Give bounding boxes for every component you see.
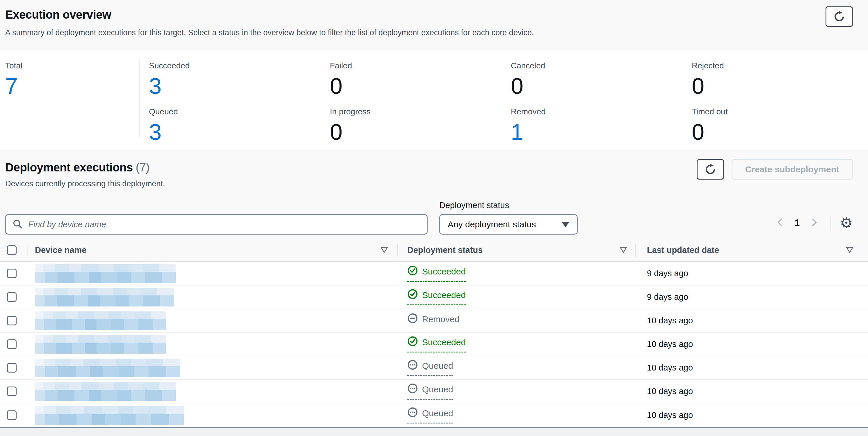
last-updated-text: 10 days ago [647, 363, 693, 372]
column-header-last-updated: Last updated date [636, 239, 868, 261]
device-name-redacted[interactable] [35, 312, 166, 330]
row-checkbox[interactable] [7, 410, 17, 420]
status-text: Succeeded [422, 267, 466, 277]
stat-label: Failed [330, 61, 511, 70]
stat-value[interactable]: 3 [149, 75, 330, 98]
deployment-status-filter: Deployment status Any deployment status [439, 201, 578, 235]
status-text: Queued [422, 384, 453, 395]
stat-label: In progress [330, 107, 511, 116]
execution-overview-header: Execution overview A summary of deployme… [0, 0, 868, 50]
deployment-executions-header: Deployment executions(7) Devices current… [0, 150, 868, 239]
selected-status: Any deployment status [448, 220, 536, 229]
redaction-pixels [35, 382, 176, 390]
stat-value[interactable]: 1 [511, 120, 692, 144]
device-name-redacted[interactable] [35, 406, 184, 425]
stat-value[interactable]: 3 [149, 120, 330, 144]
refresh-icon [833, 11, 845, 22]
table-row: Succeeded 9 days ago [0, 262, 868, 286]
redaction-pixels [35, 406, 184, 414]
stat-queued: Queued 3 [149, 107, 330, 144]
current-page-number[interactable]: 1 [795, 218, 800, 228]
column-label: Device name [35, 245, 86, 255]
previous-page-button[interactable] [774, 217, 786, 229]
status-badge[interactable]: Removed [407, 313, 459, 328]
device-name-redacted[interactable] [35, 335, 166, 354]
stat-canceled: Canceled 0 [511, 61, 692, 98]
table-row: Removed 10 days ago [0, 309, 868, 333]
status-text: Succeeded [422, 290, 466, 300]
gear-icon: ⚙ [840, 214, 853, 231]
execution-overview-page: Execution overview A summary of deployme… [0, 0, 868, 436]
column-header-deployment-status: Deployment status [398, 239, 636, 261]
stats-divider [139, 59, 140, 138]
redaction-pixels [35, 272, 176, 283]
last-updated-text: 10 days ago [647, 316, 693, 325]
status-badge[interactable]: Queued [407, 383, 453, 400]
row-checkbox[interactable] [7, 316, 17, 325]
filter-icon[interactable] [845, 245, 854, 254]
stat-value: 0 [692, 120, 868, 144]
row-select-cell [0, 380, 28, 403]
refresh-overview-button[interactable] [826, 6, 853, 27]
last-updated-cell: 10 days ago [636, 410, 868, 420]
device-name-redacted[interactable] [35, 288, 174, 307]
pagination: 1 ⚙ [774, 215, 853, 231]
status-badge[interactable]: Queued [407, 407, 453, 424]
create-subdeployment-button[interactable]: Create subdeployment [732, 159, 853, 180]
device-name-cell [28, 335, 398, 354]
stat-label: Succeeded [149, 61, 330, 70]
chevron-right-icon [810, 216, 818, 229]
select-all-checkbox[interactable] [7, 245, 17, 255]
status-badge[interactable]: Succeeded [407, 336, 466, 352]
device-name-redacted[interactable] [35, 264, 176, 283]
column-label: Last updated date [647, 245, 719, 255]
redaction-pixels [35, 358, 180, 366]
row-checkbox[interactable] [7, 292, 17, 302]
select-all-cell [0, 239, 28, 261]
last-updated-cell: 10 days ago [636, 363, 868, 373]
stat-label: Timed out [692, 107, 868, 116]
ellipsis-circle-icon [407, 407, 418, 420]
search-input[interactable] [28, 220, 420, 230]
status-badge[interactable]: Succeeded [407, 265, 466, 282]
status-badge[interactable]: Queued [407, 359, 453, 376]
check-circle-icon [407, 265, 418, 278]
deployment-status-cell: Queued [398, 359, 636, 376]
page-title: Execution overview [5, 8, 868, 21]
stat-value: 0 [692, 75, 868, 98]
last-updated-cell: 10 days ago [636, 339, 868, 349]
row-checkbox[interactable] [7, 386, 17, 396]
deployment-status-select[interactable]: Any deployment status [439, 214, 578, 235]
execution-stats: Total 7 Succeeded 3 Failed 0 Canceled 0 … [0, 50, 868, 150]
stat-removed: Removed 1 [511, 107, 692, 144]
deployment-status-cell: Removed [398, 313, 636, 328]
device-name-cell [28, 382, 398, 401]
refresh-table-button[interactable] [697, 159, 724, 180]
table-settings-button[interactable]: ⚙ [840, 216, 853, 230]
section-actions: Create subdeployment [697, 159, 853, 180]
redaction-pixels [35, 390, 176, 401]
redaction-pixels [35, 295, 174, 307]
redaction-pixels [35, 264, 176, 272]
row-select-cell [0, 403, 28, 427]
filter-icon[interactable] [619, 245, 628, 254]
device-name-redacted[interactable] [35, 358, 180, 377]
redaction-pixels [35, 366, 180, 377]
filter-icon[interactable] [380, 245, 389, 254]
device-name-redacted[interactable] [35, 382, 176, 401]
deployment-status-cell: Queued [398, 383, 636, 400]
row-checkbox[interactable] [7, 363, 17, 373]
pagination-divider [831, 215, 831, 231]
row-checkbox[interactable] [7, 269, 17, 278]
next-page-button[interactable] [808, 217, 820, 229]
ellipsis-circle-icon [407, 383, 418, 396]
last-updated-cell: 10 days ago [636, 386, 868, 396]
deployment-executions-table: Device name Deployment status Last updat… [0, 239, 868, 428]
row-checkbox[interactable] [7, 339, 17, 349]
status-badge[interactable]: Succeeded [407, 289, 466, 305]
stat-total-value[interactable]: 7 [5, 75, 22, 98]
stat-label: Queued [149, 107, 330, 116]
chevron-down-icon [562, 222, 569, 227]
redaction-pixels [35, 335, 166, 343]
row-select-cell [0, 333, 28, 356]
